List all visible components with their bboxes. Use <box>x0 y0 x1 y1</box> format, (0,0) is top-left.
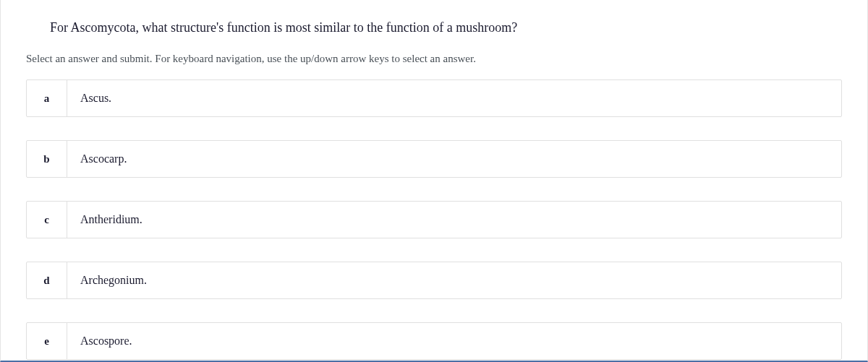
option-b[interactable]: b Ascocarp. <box>26 140 842 178</box>
option-a[interactable]: a Ascus. <box>26 79 842 117</box>
option-text: Antheridium. <box>67 202 841 238</box>
question-text: For Ascomycota, what structure's functio… <box>1 0 867 35</box>
option-letter: b <box>27 141 67 177</box>
option-letter: a <box>27 80 67 116</box>
option-text: Ascocarp. <box>67 141 841 177</box>
option-letter: e <box>27 323 67 359</box>
quiz-container: For Ascomycota, what structure's functio… <box>0 0 868 362</box>
option-e[interactable]: e Ascospore. <box>26 322 842 360</box>
option-text: Archegonium. <box>67 262 841 298</box>
option-letter: c <box>27 202 67 238</box>
option-text: Ascus. <box>67 80 841 116</box>
option-text: Ascospore. <box>67 323 841 359</box>
options-list: a Ascus. b Ascocarp. c Antheridium. d Ar… <box>1 65 867 360</box>
option-c[interactable]: c Antheridium. <box>26 201 842 238</box>
instruction-text: Select an answer and submit. For keyboar… <box>1 35 867 65</box>
option-d[interactable]: d Archegonium. <box>26 262 842 299</box>
option-letter: d <box>27 262 67 298</box>
